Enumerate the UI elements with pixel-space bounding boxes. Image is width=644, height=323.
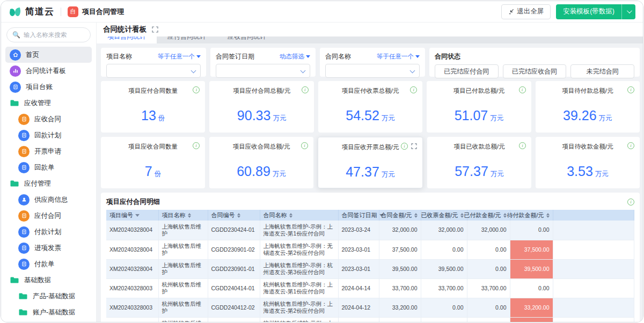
stat-card-paid-total[interactable]: 项目已付款总额/元 i 51.07万元 xyxy=(427,81,531,133)
stat-card-unreceived-total[interactable]: 项目待收款金额/元 i 3.53万元 xyxy=(536,137,640,188)
sidebar-item-account-base-data[interactable]: 账户-基础数据 xyxy=(5,304,92,320)
sidebar-item-repayment-form[interactable]: 回款单 xyxy=(5,159,92,175)
sort-icon[interactable] xyxy=(546,211,550,219)
status-button-uncompleted[interactable]: 未完结合同 xyxy=(570,64,634,78)
stat-card-receivable-total[interactable]: 项目应收合同总额/元 i 60.89万元 xyxy=(209,137,313,188)
sort-icon[interactable] xyxy=(460,211,464,219)
sidebar-item-product-base-data[interactable]: 产品-基础数据 xyxy=(5,288,92,304)
col-contract-no[interactable]: 合同编号 xyxy=(208,210,260,221)
sidebar-item-payment-plan[interactable]: 付款计划 xyxy=(5,224,92,240)
filter-label: 合同状态 xyxy=(435,52,460,61)
stat-card-receivable-invoiced[interactable]: 项目应收开票总额/元 i 47.37万元 xyxy=(318,137,423,188)
sidebar-item-label: 应付合同 xyxy=(34,211,61,221)
sort-icon[interactable] xyxy=(289,211,292,219)
info-icon[interactable]: i xyxy=(519,86,526,93)
sort-icon[interactable] xyxy=(188,211,191,219)
info-icon[interactable]: i xyxy=(410,86,417,93)
sidebar-group-receivable[interactable]: 应收管理 xyxy=(5,95,92,111)
sidebar-item-home[interactable]: 首页 xyxy=(5,47,92,63)
cell-paid: 0.00 xyxy=(467,259,510,278)
table-row[interactable]: XM20240328004 上海帆软售后维护 CGDD230424-01 上海帆… xyxy=(106,221,634,240)
col-contract-name[interactable]: 合同名称 xyxy=(260,210,338,221)
stat-card-receivable-count[interactable]: 项目应收合同数量 i 7份 xyxy=(101,137,205,188)
col-filler xyxy=(553,210,634,221)
sidebar-item-payment-form[interactable]: 付款单 xyxy=(5,256,92,272)
stat-card-payable-count[interactable]: 项目应付合同数量 i 13份 xyxy=(101,81,205,133)
table-title: 项目应付合同明细 xyxy=(106,197,160,207)
table-row[interactable]: XM20240328004 上海帆软售后维护 CGDD230901-02 上海帆… xyxy=(106,240,634,259)
sidebar-item-input-invoice[interactable]: 进项发票 xyxy=(5,240,92,256)
filter-sign-date-select[interactable] xyxy=(216,64,310,78)
info-icon[interactable]: i xyxy=(627,86,634,93)
col-paid[interactable]: 已付款金额/元 xyxy=(467,210,510,221)
sort-icon[interactable] xyxy=(503,211,507,219)
status-button-receivable-completed[interactable]: 已完结应收合同 xyxy=(503,64,567,78)
fullscreen-expand-icon[interactable] xyxy=(152,26,158,33)
info-icon[interactable]: i xyxy=(519,142,526,149)
table-row[interactable]: XM20240328003 杭州帆软售后维护 CGDD230423-05 杭州帆… xyxy=(106,317,634,322)
sort-icon[interactable] xyxy=(237,211,240,219)
brand-logo[interactable]: 简道云 xyxy=(1,5,54,18)
cell-paid: 32,000.00 xyxy=(467,221,510,240)
col-amount[interactable]: 合同金额/元 xyxy=(379,210,421,221)
sidebar-item-supplier-info[interactable]: 供应商信息 xyxy=(5,192,92,208)
info-icon[interactable]: i xyxy=(302,86,309,93)
sidebar-item-receivable-contract[interactable]: 应收合同 xyxy=(5,111,92,127)
filter-operator[interactable]: 等于任意一个 xyxy=(377,53,420,61)
sidebar-item-repayment-plan[interactable]: 回款计划 xyxy=(5,127,92,143)
sidebar-group-base-data[interactable]: 基础数据 xyxy=(5,272,92,288)
search-input[interactable] xyxy=(24,32,83,38)
col-project-name[interactable]: 项目名称 xyxy=(158,210,208,221)
person-icon xyxy=(18,194,30,205)
info-icon[interactable]: i xyxy=(193,142,200,149)
sort-icon[interactable] xyxy=(414,211,418,219)
table-row[interactable]: XM20240328004 上海帆软售后维护 CGDD230901-01 上海帆… xyxy=(106,259,634,278)
cell-amount: 39,500.00 xyxy=(379,259,421,278)
stat-card-payable-invoiced[interactable]: 项目应付收票总额/元 i 54.52万元 xyxy=(318,81,422,133)
cell-contract-no: CGDD240414-01 xyxy=(208,278,260,298)
col-project-no[interactable]: 项目编号 xyxy=(106,210,158,221)
filter-project-name: 项目名称 等于任意一个 xyxy=(101,48,206,77)
info-icon[interactable]: i xyxy=(301,142,308,149)
sidebar-group-payable[interactable]: 应付管理 xyxy=(5,175,92,192)
tab-project-contract-stats[interactable]: 项目合同统计 xyxy=(97,36,157,43)
stat-card-unpaid-total[interactable]: 项目待付款总额/元 i 39.26万元 xyxy=(536,81,640,133)
filter-caret-icon[interactable] xyxy=(135,214,140,219)
filter-project-name-select[interactable] xyxy=(106,64,201,78)
col-unpaid[interactable]: 待付款金额/元 xyxy=(510,210,553,221)
tab-payable-contract-stats[interactable]: 应付合同统计 xyxy=(157,36,217,43)
tab-receivable-contract-stats[interactable]: 应收合同统计 xyxy=(217,36,277,43)
sidebar-item-project-ledger[interactable]: 项目台账 xyxy=(5,79,92,95)
sidebar-item-dashboard[interactable]: 合同统计看板 xyxy=(5,63,92,79)
cell-amount: 33,200.00 xyxy=(379,298,421,317)
dropdown-caret-icon xyxy=(196,55,201,60)
card-expand-icon[interactable] xyxy=(411,143,417,149)
exit-fullscreen-button[interactable]: 退出全屏 xyxy=(501,4,551,19)
stat-card-payable-total[interactable]: 项目应付合同总额/元 i 90.33万元 xyxy=(209,81,313,133)
stat-card-received-total[interactable]: 项目已收款总额/元 i 57.37万元 xyxy=(427,137,531,188)
cell-unpaid: 0.00 xyxy=(510,278,553,298)
sidebar-item-invoice-request[interactable]: 开票申请 xyxy=(5,143,92,159)
filter-sign-date: 合同签订日期 动态筛选 xyxy=(210,48,316,77)
info-icon[interactable]: i xyxy=(401,143,408,150)
cell-amount: 33,700.00 xyxy=(379,278,421,298)
sidebar-item-label: 进项发票 xyxy=(34,244,61,253)
filter-operator[interactable]: 动态筛选 xyxy=(280,53,310,61)
filter-operator[interactable]: 等于任意一个 xyxy=(158,53,201,61)
install-template-button[interactable]: 安装模板(带数据) xyxy=(556,4,621,19)
sidebar-item-payable-contract[interactable]: 应付合同 xyxy=(5,208,92,224)
status-button-payable-completed[interactable]: 已完结应付合同 xyxy=(435,64,499,78)
sidebar-item-label: 应收管理 xyxy=(24,99,51,108)
col-invoiced[interactable]: 已收票金额/元 xyxy=(421,210,467,221)
folder-icon xyxy=(10,99,19,107)
info-icon[interactable]: i xyxy=(627,199,634,205)
cell-project-no: XM20240328003 xyxy=(106,278,158,298)
table-row[interactable]: XM20240328003 杭州帆软售后维护 CGDD240414-01 杭州帆… xyxy=(106,278,634,298)
install-template-dropdown-button[interactable] xyxy=(621,4,635,19)
info-icon[interactable]: i xyxy=(193,86,200,93)
sidebar-search[interactable]: 🔍 xyxy=(6,27,91,42)
filter-contract-name-select[interactable] xyxy=(325,64,420,78)
col-sign-date[interactable]: 合同签订日期 xyxy=(338,210,379,221)
table-row[interactable]: XM20240328003 杭州帆软售后维护 CGDD240412-02 杭州帆… xyxy=(106,298,634,317)
info-icon[interactable]: i xyxy=(627,142,634,149)
